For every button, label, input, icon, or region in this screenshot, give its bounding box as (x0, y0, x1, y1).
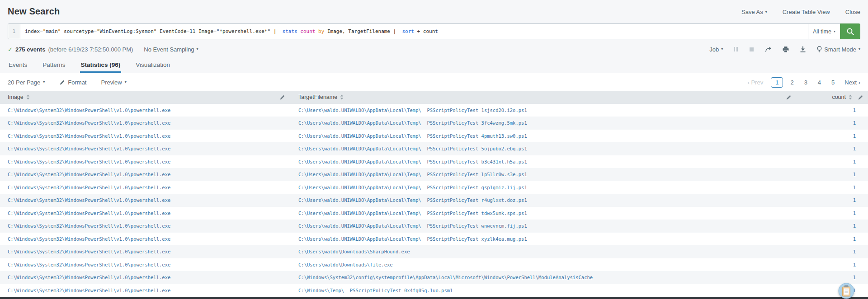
cell-targetfilename[interactable]: C:\Users\waldo.UNIWALDO\AppData\Local\Te… (298, 236, 527, 242)
cell-targetfilename[interactable]: C:\Users\waldo.UNIWALDO\AppData\Local\Te… (298, 133, 527, 139)
clipboard-extension-button[interactable] (838, 283, 854, 299)
event-count: 275 events (15, 46, 46, 53)
cell-image[interactable]: C:\Windows\System32\WindowsPowerShell\v1… (8, 133, 170, 139)
share-job-button[interactable] (765, 46, 772, 52)
cell-targetfilename[interactable]: C:\Users\waldo.UNIWALDO\AppData\Local\Te… (298, 146, 527, 151)
cell-targetfilename[interactable]: C:\Users\waldo.UNIWALDO\AppData\Local\Te… (298, 197, 527, 203)
edit-column-pencil-icon[interactable] (279, 94, 285, 100)
tab-events[interactable]: Events (8, 58, 28, 73)
cell-image[interactable]: C:\Windows\System32\WindowsPowerShell\v1… (8, 249, 170, 254)
cell-count[interactable]: 1 (853, 120, 856, 126)
cell-targetfilename[interactable]: C:\Users\waldo.UNIWALDO\AppData\Local\Te… (298, 120, 527, 126)
column-header-targetfilename[interactable]: TargetFilename (291, 91, 794, 104)
share-icon (765, 46, 772, 52)
pagination-page-3[interactable]: 3 (801, 77, 811, 88)
cell-targetfilename[interactable]: C:\Users\waldo.UNIWALDO\AppData\Local\Te… (298, 159, 527, 164)
cell-image[interactable]: C:\Windows\System32\WindowsPowerShell\v1… (8, 223, 170, 229)
cell-count[interactable]: 1 (853, 159, 856, 164)
tab-statistics-96[interactable]: Statistics (96) (80, 58, 122, 73)
edit-column-pencil-icon[interactable] (858, 94, 863, 100)
lightbulb-icon (817, 46, 822, 52)
cell-image[interactable]: C:\Windows\System32\WindowsPowerShell\v1… (8, 275, 170, 280)
pagination-page-1[interactable]: 1 (771, 77, 783, 88)
tab-patterns[interactable]: Patterns (42, 58, 66, 73)
cell-image[interactable]: C:\Windows\System32\WindowsPowerShell\v1… (8, 146, 170, 151)
edit-column-pencil-icon[interactable] (786, 94, 792, 100)
cell-count[interactable]: 1 (853, 146, 856, 151)
column-header-count[interactable]: count (794, 91, 868, 104)
cell-count[interactable]: 1 (853, 107, 856, 113)
pagination-pages: 12345 (771, 77, 838, 88)
cell-image[interactable]: C:\Windows\System32\WindowsPowerShell\v1… (8, 185, 170, 190)
cell-targetfilename[interactable]: C:\Users\waldo.UNIWALDO\AppData\Local\Te… (298, 210, 527, 216)
cell-image[interactable]: C:\Windows\System32\WindowsPowerShell\v1… (8, 262, 170, 267)
results-toolbar: 20 Per Page Format Preview ‹ Prev 12345 … (0, 74, 868, 91)
cell-count[interactable]: 1 (853, 133, 856, 139)
sort-icon[interactable] (26, 94, 30, 100)
time-range-picker[interactable]: All time (808, 23, 840, 39)
download-icon (800, 46, 806, 52)
preview-label: Preview (101, 79, 122, 86)
cell-image[interactable]: C:\Windows\System32\WindowsPowerShell\v1… (8, 236, 170, 242)
cell-targetfilename[interactable]: C:\Users\waldo.UNIWALDO\AppData\Local\Te… (298, 223, 527, 229)
print-job-button[interactable] (783, 47, 789, 52)
caret-down-icon (721, 47, 723, 51)
bottom-edge-strip (0, 297, 868, 299)
cell-count[interactable]: 1 (853, 197, 856, 203)
cell-targetfilename[interactable]: C:\Users\waldo.UNIWALDO\AppData\Local\Te… (298, 107, 527, 113)
per-page-button[interactable]: 20 Per Page (8, 79, 45, 86)
close-button[interactable]: Close (845, 9, 860, 15)
cell-targetfilename[interactable]: C:\Users\waldo.UNIWALDO\AppData\Local\Te… (298, 185, 527, 190)
tab-visualization[interactable]: Visualization (135, 58, 171, 73)
search-query[interactable]: index="main" sourcetype="WinEventLog:Sys… (20, 24, 443, 39)
cell-image[interactable]: C:\Windows\System32\WindowsPowerShell\v1… (8, 107, 170, 113)
table-row: C:\Windows\System32\WindowsPowerShell\v1… (0, 142, 868, 155)
pagination-page-4[interactable]: 4 (815, 77, 824, 88)
cell-count[interactable]: 1 (853, 185, 856, 190)
sort-icon[interactable] (849, 94, 852, 100)
cell-count[interactable]: 1 (853, 275, 856, 280)
caret-down-icon (125, 80, 127, 84)
pagination-page-2[interactable]: 2 (787, 77, 797, 88)
cell-count[interactable]: 1 (853, 172, 856, 177)
clipboard-icon (838, 283, 854, 299)
create-table-view-button[interactable]: Create Table View (783, 9, 830, 15)
event-sampling-button[interactable]: No Event Sampling (144, 46, 198, 53)
preview-button[interactable]: Preview (101, 79, 126, 86)
cell-count[interactable]: 1 (853, 210, 856, 216)
cell-image[interactable]: C:\Windows\System32\WindowsPowerShell\v1… (8, 159, 170, 164)
column-label-count: count (832, 94, 846, 100)
cell-targetfilename[interactable]: C:\Windows\System32\config\systemprofile… (298, 275, 593, 280)
stop-job-button[interactable] (749, 47, 754, 52)
cell-image[interactable]: C:\Windows\System32\WindowsPowerShell\v1… (8, 172, 170, 177)
sort-icon[interactable] (340, 94, 344, 100)
smart-mode-button[interactable]: Smart Mode (817, 46, 860, 53)
export-download-button[interactable] (800, 46, 806, 52)
cell-count[interactable]: 1 (853, 262, 856, 267)
pagination-next[interactable]: Next › (844, 79, 860, 86)
save-as-button[interactable]: Save As (741, 9, 767, 15)
cell-count[interactable]: 1 (853, 223, 856, 229)
format-button[interactable]: Format (59, 79, 86, 86)
pagination-page-5[interactable]: 5 (828, 77, 838, 88)
search-submit-button[interactable] (840, 23, 860, 39)
column-label-targetfilename: TargetFilename (298, 94, 337, 100)
cell-image[interactable]: C:\Windows\System32\WindowsPowerShell\v1… (8, 210, 170, 216)
job-menu-button[interactable]: Job (709, 46, 723, 53)
cell-targetfilename[interactable]: C:\Users\waldo.UNIWALDO\AppData\Local\Te… (298, 172, 527, 177)
cell-image[interactable]: C:\Windows\System32\WindowsPowerShell\v1… (8, 288, 170, 293)
cell-image[interactable]: C:\Windows\System32\WindowsPowerShell\v1… (8, 197, 170, 203)
pause-job-button[interactable] (734, 47, 738, 52)
cell-targetfilename[interactable]: C:\Users\waldo\Downloads\SharpHound.exe (298, 249, 410, 254)
search-input[interactable]: 1 index="main" sourcetype="WinEventLog:S… (8, 23, 808, 39)
cell-targetfilename[interactable]: C:\Users\waldo\Downloads\file.exe (298, 262, 393, 267)
table-row: C:\Windows\System32\WindowsPowerShell\v1… (0, 181, 868, 194)
column-header-image[interactable]: Image (0, 91, 291, 104)
caret-down-icon (197, 47, 198, 51)
stop-icon (749, 47, 754, 52)
cell-count[interactable]: 1 (853, 249, 856, 254)
job-label: Job (709, 46, 719, 53)
cell-targetfilename[interactable]: C:\Windows\Temp\__PSScriptPolicyTest_0x4… (298, 288, 453, 293)
cell-image[interactable]: C:\Windows\System32\WindowsPowerShell\v1… (8, 120, 170, 126)
cell-count[interactable]: 1 (853, 236, 856, 242)
